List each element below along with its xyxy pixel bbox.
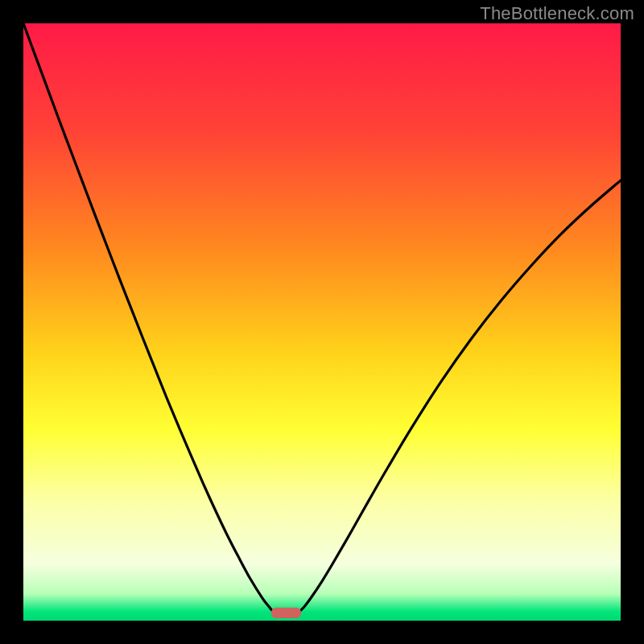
outer-frame: TheBottleneck.com (0, 0, 644, 644)
chart-svg (23, 23, 621, 621)
plot-area (23, 23, 621, 621)
watermark-text: TheBottleneck.com (480, 3, 634, 24)
gradient-background (23, 23, 621, 621)
minimum-marker (271, 608, 301, 618)
